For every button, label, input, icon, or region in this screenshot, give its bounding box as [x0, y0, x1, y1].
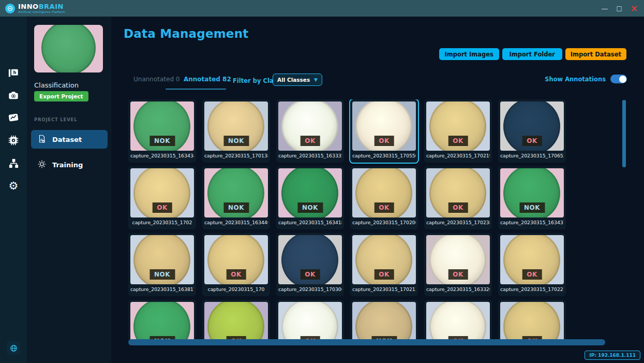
annotation-label: NOK: [223, 202, 249, 213]
image-card[interactable]: OK capture_20230315_163320.jpg: [424, 233, 492, 296]
titlebar: INNOBRAIN Artificial Intelligence Platfo…: [0, 0, 644, 17]
annotation-label: NOK: [149, 269, 175, 280]
horizontal-scrollbar[interactable]: [128, 339, 605, 345]
image-card[interactable]: NOK capture_20230315_163437.jpg: [498, 166, 566, 229]
image-card[interactable]: OK capture_20230315_170206.jpg: [350, 166, 418, 229]
show-annotations-toggle[interactable]: [610, 75, 627, 83]
vertical-scrollbar[interactable]: [622, 100, 626, 167]
image-card[interactable]: NOK capture_20230315_163440.jpg: [202, 166, 270, 229]
petri-dish-image: OK: [204, 235, 268, 284]
import-images-button[interactable]: Import Images: [439, 48, 499, 60]
annotation-label: OK: [374, 202, 394, 213]
brand-secondary: BRAIN: [39, 3, 64, 10]
image-filename: capture_20230315_163817.jpg: [130, 286, 194, 292]
import-folder-button[interactable]: Import Folder: [502, 48, 562, 60]
annotation-label: NOK: [297, 202, 323, 213]
image-card[interactable]: NOK: [350, 300, 418, 343]
annotation-label: OK: [522, 136, 542, 146]
import-dataset-button[interactable]: Import Dataset: [565, 48, 626, 60]
workflow-icon[interactable]: [7, 157, 20, 169]
petri-dish-image: OK: [352, 101, 416, 151]
project-report-icon[interactable]: h: [7, 67, 20, 79]
image-card[interactable]: NOK capture_20230315_163407.jpg: [128, 300, 196, 343]
image-card[interactable]: OK: [424, 300, 492, 343]
annotation-icon[interactable]: [7, 111, 20, 124]
toggle-knob: [619, 76, 626, 83]
image-card[interactable]: NOK capture_20230315_163817.jpg: [128, 233, 196, 296]
petri-dish-image: NOK: [204, 101, 268, 151]
tab-annotated[interactable]: Annotated 82: [184, 76, 231, 83]
training-icon: [37, 159, 47, 170]
image-card[interactable]: NOK capture_20230315_170138.jpg: [202, 99, 270, 163]
annotation-label: OK: [374, 136, 394, 146]
minimize-button[interactable]: —: [601, 5, 608, 12]
brand-primary: INNO: [18, 3, 39, 10]
image-card[interactable]: OK capture_20230315_1702: [128, 166, 196, 229]
camera-icon[interactable]: [7, 89, 20, 101]
tab-unannotated[interactable]: Unannotated 0: [133, 76, 180, 83]
image-card[interactable]: OK: [498, 300, 566, 343]
petri-dish-image: OK: [426, 168, 490, 217]
annotation-label: NOK: [223, 136, 249, 146]
annotation-label: OK: [374, 269, 394, 280]
annotation-label: OK: [448, 136, 468, 146]
image-filename: capture_20230315_170221.jpg: [500, 286, 564, 292]
petri-dish-preview: [41, 25, 96, 72]
settings-icon[interactable]: ⚙: [7, 180, 20, 192]
image-filename: capture_20230315_163434.jpg: [130, 153, 194, 158]
sidebar-item-label: Training: [52, 161, 83, 169]
image-card[interactable]: OK capture_20230315_170: [276, 300, 344, 343]
import-buttons-row: Import Images Import Folder Import Datas…: [439, 48, 626, 60]
project-sidebar: Classification Export Project PROJECT LE…: [27, 17, 111, 363]
app-logo: INNOBRAIN Artificial Intelligence Platfo…: [5, 3, 65, 14]
svg-text:h: h: [13, 70, 17, 75]
image-card[interactable]: OK capture_20230315_170306.jpg: [276, 233, 344, 296]
image-card[interactable]: OK capture_20230315_170219.jpg: [424, 99, 492, 163]
chip-icon[interactable]: [7, 134, 20, 147]
image-filename: capture_20230315_170219.jpg: [426, 153, 490, 158]
main-content: Data Management Import Images Import Fol…: [111, 17, 644, 363]
image-card[interactable]: NOK capture_20230315_163434.jpg: [128, 99, 196, 163]
image-card[interactable]: OK capture_20230315_170221.jpg: [498, 233, 566, 296]
image-filename: capture_20230315_163437.jpg: [500, 220, 564, 225]
dataset-icon: [37, 134, 47, 145]
petri-dish-image: NOK: [130, 101, 194, 151]
image-card[interactable]: OK capture_20230315_163335.jpg: [276, 99, 344, 163]
image-card[interactable]: NOK capture_20230315_163418.jpg: [276, 166, 344, 229]
petri-dish-image: OK: [278, 101, 342, 151]
petri-dish-image: OK: [426, 302, 490, 343]
show-annotations-label: Show Annotations: [545, 76, 606, 83]
image-filename: capture_20230315_163440.jpg: [204, 220, 268, 225]
annotation-label: OK: [226, 269, 246, 280]
export-project-button[interactable]: Export Project: [34, 91, 88, 101]
class-filter-dropdown[interactable]: All Classes ▼: [273, 74, 322, 86]
petri-dish-image: OK: [500, 235, 564, 284]
image-filename: capture_20230315_170: [204, 286, 268, 292]
sidebar-item-training[interactable]: Training: [31, 155, 108, 174]
annotation-label: NOK: [149, 136, 175, 146]
petri-dish-image: OK: [278, 302, 342, 343]
app-window: INNOBRAIN Artificial Intelligence Platfo…: [0, 0, 644, 363]
petri-dish-image: OK: [130, 168, 194, 217]
active-tab-underline: [166, 89, 226, 90]
image-card[interactable]: OK capture_20230315_170653.jpg: [498, 99, 566, 163]
image-card[interactable]: OK capture_20230315_163539.jpg: [202, 300, 270, 343]
close-button[interactable]: ×: [631, 4, 638, 13]
image-card[interactable]: OK capture_20230315_170238.jpg: [424, 166, 492, 229]
brain-logo-icon: [5, 4, 15, 13]
image-filename: capture_20230315_163418.jpg: [278, 220, 342, 225]
ip-address-badge: IP: 192.168.1.111: [585, 351, 640, 360]
network-status-icon[interactable]: [7, 341, 20, 355]
petri-dish-image: OK: [426, 101, 490, 151]
petri-dish-image: OK: [426, 235, 490, 284]
annotation-label: OK: [448, 202, 468, 213]
image-card[interactable]: OK capture_20230315_170: [202, 233, 270, 296]
petri-dish-image: OK: [500, 302, 564, 343]
annotation-label: OK: [152, 202, 172, 213]
image-card[interactable]: OK capture_20230315_170213.jpg: [350, 233, 418, 296]
image-filename: capture_20230315_170206.jpg: [352, 220, 416, 225]
sidebar-item-dataset[interactable]: Dataset: [31, 130, 108, 149]
petri-dish-image: NOK: [278, 168, 342, 217]
maximize-button[interactable]: □: [616, 5, 622, 11]
image-card[interactable]: OK capture_20230315_170550.jpg: [350, 99, 418, 163]
